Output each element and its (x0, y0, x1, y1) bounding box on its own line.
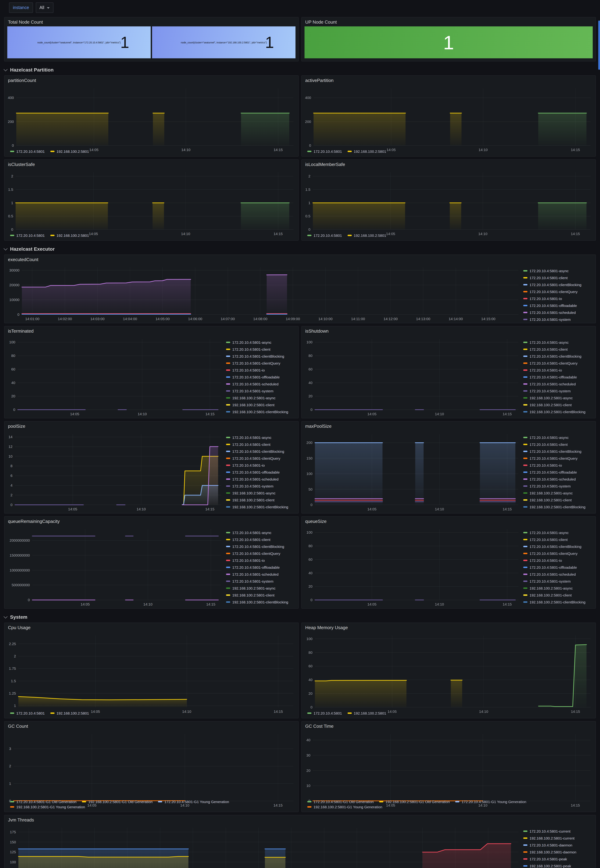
legend-item[interactable]: 192.168.100.2:5801-clientBlocking (226, 408, 295, 415)
legend-item[interactable]: 172.20.10.4:5801-clientBlocking (523, 543, 593, 550)
legend-item[interactable]: 172.20.10.4:5801-io (523, 367, 593, 374)
timeseries-chart[interactable]: 02040608010014:0514:1014:15 (303, 526, 520, 607)
timeseries-chart[interactable]: 01020304014:0514:1014:15 (303, 730, 593, 799)
legend-item[interactable]: 172.20.10.4:5801-async (523, 267, 593, 274)
legend-item[interactable]: 192.168.100.2:5801-G1 Old Generation (379, 800, 450, 804)
legend-item[interactable]: 192.168.100.2:5801-G1 Old Generation (82, 800, 153, 804)
legend-item[interactable]: 172.20.10.4:5801-system (523, 578, 593, 585)
legend-item[interactable]: 172.20.10.4:5801-io (226, 462, 295, 469)
legend-item[interactable]: 172.20.10.4:5801-offloadable (523, 564, 593, 571)
legend-item[interactable]: 192.168.100.2:5801-client (523, 401, 593, 408)
legend-item[interactable]: 172.20.10.4:5801-clientBlocking (523, 281, 593, 288)
legend-item[interactable]: 172.20.10.4:5801-G1 Young Generation (455, 800, 526, 804)
panel-title[interactable]: queueRemainingCapacity (5, 517, 298, 526)
stat-node-count-1[interactable]: node_count{cluster="seatunnel", instance… (7, 26, 151, 58)
timeseries-chart[interactable]: 00.511.5214:0514:1014:15 (303, 169, 593, 233)
timeseries-chart[interactable]: 02040608010014:0514:1014:15 (303, 335, 520, 417)
timeseries-chart[interactable]: 020040014:0514:1014:15 (303, 85, 593, 149)
stat-up-node-count[interactable]: 1 (305, 26, 593, 58)
legend-item[interactable]: 172.20.10.4:5801-client (226, 536, 295, 543)
legend-item[interactable]: 192.168.100.2:5801-clientBlocking (523, 503, 593, 510)
legend-item[interactable]: 172.20.10.4:5801-scheduled (523, 571, 593, 578)
legend-item[interactable]: 172.20.10.4:5801-clientBlocking (226, 448, 295, 455)
legend-item[interactable]: 172.20.10.4:5801-G1 Old Generation (10, 800, 77, 804)
panel-title[interactable]: UP Node Count (302, 17, 595, 26)
legend-item[interactable]: 172.20.10.4:5801 (10, 149, 45, 153)
legend-item[interactable]: 172.20.10.4:5801-io (226, 367, 295, 374)
timeseries-chart[interactable]: 0246810121414:0514:1014:15 (6, 430, 223, 512)
legend-item[interactable]: 192.168.100.2:5801-G1 Young Generation (307, 805, 382, 809)
legend-item[interactable]: 192.168.100.2:5801-clientBlocking (523, 408, 593, 415)
legend-item[interactable]: 172.20.10.4:5801-offloadable (226, 564, 295, 571)
legend-item[interactable]: 172.20.10.4:5801-clientQuery (523, 455, 593, 462)
legend-item[interactable]: 192.168.100.2:5801-async (523, 585, 593, 592)
timeseries-chart[interactable]: 02040608010014:0514:1014:15 (6, 335, 223, 417)
legend-item[interactable]: 172.20.10.4:5801-async (226, 434, 295, 441)
legend-item[interactable]: 172.20.10.4:5801 (10, 711, 45, 715)
legend-item[interactable]: 192.168.100.2:5801-client (226, 497, 295, 503)
legend-item[interactable]: 172.20.10.4:5801-scheduled (523, 309, 593, 316)
panel-title[interactable]: partitionCount (5, 76, 298, 85)
legend-item[interactable]: 192.168.100.2:5801-clientBlocking (226, 598, 295, 606)
panel-title[interactable]: GC Cost Time (302, 721, 595, 730)
legend-item[interactable]: 192.168.100.2:5801-async (226, 585, 295, 592)
legend-item[interactable]: 172.20.10.4:5801-clientQuery (226, 360, 295, 367)
legend-item[interactable]: 172.20.10.4:5801-offloadable (226, 469, 295, 476)
legend-item[interactable]: 172.20.10.4:5801 (307, 711, 342, 715)
legend-item[interactable]: 172.20.10.4:5801-clientQuery (523, 550, 593, 557)
panel-title[interactable]: poolSize (5, 421, 298, 430)
legend-item[interactable]: 192.168.100.2:5801 (50, 233, 89, 238)
legend-item[interactable]: 192.168.100.2:5801-async (523, 394, 593, 401)
timeseries-chart[interactable]: 0500000000100000000015000000002000000000… (6, 526, 223, 607)
legend-item[interactable]: 172.20.10.4:5801-clientQuery (226, 455, 295, 462)
legend-item[interactable]: 172.20.10.4:5801 (307, 149, 342, 153)
legend-item[interactable]: 172.20.10.4:5801-io (523, 462, 593, 469)
panel-title[interactable]: executedCount (5, 255, 595, 264)
legend-item[interactable]: 172.20.10.4:5801-offloadable (523, 302, 593, 309)
legend-item[interactable]: 192.168.100.2:5801-async (226, 394, 295, 401)
panel-title[interactable]: GC Count (5, 721, 298, 730)
legend-item[interactable]: 192.168.100.2:5801 (348, 149, 386, 153)
legend-item[interactable]: 172.20.10.4:5801-offloadable (226, 374, 295, 380)
legend-item[interactable]: 172.20.10.4:5801-io (523, 295, 593, 302)
legend-item[interactable]: 192.168.100.2:5801-peak (523, 862, 593, 868)
legend-item[interactable]: 172.20.10.4:5801-clientBlocking (523, 353, 593, 360)
legend-item[interactable]: 172.20.10.4:5801-client (226, 346, 295, 353)
panel-title[interactable]: maxPoolSize (302, 421, 595, 430)
legend-item[interactable]: 172.20.10.4:5801-G1 Young Generation (158, 800, 229, 804)
legend-item[interactable]: 172.20.10.4:5801-clientQuery (523, 360, 593, 367)
section-system[interactable]: System (4, 611, 596, 623)
legend-item[interactable]: 172.20.10.4:5801-system (226, 578, 295, 585)
legend-item[interactable]: 172.20.10.4:5801-async (523, 339, 593, 346)
legend-item[interactable]: 172.20.10.4:5801-io (523, 557, 593, 564)
panel-title[interactable]: isTerminated (5, 326, 298, 335)
timeseries-chart[interactable]: 025507510012515017514:01:0014:02:0014:03… (6, 824, 520, 868)
panel-title[interactable]: Cpu Usage (5, 623, 298, 632)
legend-item[interactable]: 172.20.10.4:5801-offloadable (523, 469, 593, 476)
legend-item[interactable]: 172.20.10.4:5801-client (523, 536, 593, 543)
stat-node-count-2[interactable]: node_count{cluster="seatunnel", instance… (152, 26, 295, 58)
legend-item[interactable]: 172.20.10.4:5801-daemon (523, 842, 593, 848)
panel-title[interactable]: isLocalMemberSafe (302, 160, 595, 169)
legend-item[interactable]: 172.20.10.4:5801-scheduled (226, 571, 295, 578)
legend-item[interactable]: 172.20.10.4:5801-clientQuery (523, 288, 593, 295)
legend-item[interactable]: 192.168.100.2:5801-client (226, 592, 295, 598)
timeseries-chart[interactable]: 012314:0514:1014:15 (6, 730, 295, 799)
timeseries-chart[interactable]: 02040608010014:0514:1014:15 (303, 632, 593, 711)
panel-title[interactable]: Total Node Count (5, 17, 298, 26)
legend-item[interactable]: 172.20.10.4:5801-system (523, 388, 593, 394)
timeseries-chart[interactable]: 05010015020014:0514:1014:15 (303, 430, 520, 512)
legend-item[interactable]: 192.168.100.2:5801-clientBlocking (226, 503, 295, 510)
legend-item[interactable]: 172.20.10.4:5801-system (523, 483, 593, 489)
panel-title[interactable]: isClusterSafe (5, 160, 298, 169)
legend-item[interactable]: 172.20.10.4:5801-client (226, 441, 295, 448)
legend-item[interactable]: 192.168.100.2:5801-client (523, 497, 593, 503)
panel-title[interactable]: queueSize (302, 517, 595, 526)
variable-value-dropdown[interactable]: All (36, 2, 54, 13)
legend-item[interactable]: 192.168.100.2:5801-client (226, 401, 295, 408)
legend-item[interactable]: 172.20.10.4:5801 (10, 233, 45, 238)
legend-item[interactable]: 192.168.100.2:5801-daemon (523, 848, 593, 856)
legend-item[interactable]: 172.20.10.4:5801-clientBlocking (226, 543, 295, 550)
legend-item[interactable]: 172.20.10.4:5801-async (226, 529, 295, 536)
legend-item[interactable]: 172.20.10.4:5801-scheduled (523, 380, 593, 388)
